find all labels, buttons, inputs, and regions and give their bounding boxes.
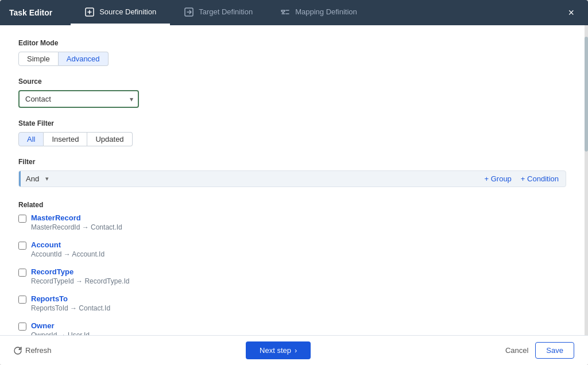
tab-target-definition[interactable]: Target Definition (170, 0, 266, 25)
save-button[interactable]: Save (535, 342, 574, 359)
owner-name[interactable]: Owner (31, 321, 90, 330)
state-filter-section: State Filter All Inserted Updated (18, 119, 566, 146)
list-item: MasterRecord MasterRecordId → Contact.Id (18, 213, 566, 231)
close-button[interactable]: × (563, 5, 579, 20)
master-record-name[interactable]: MasterRecord (31, 213, 122, 222)
footer-right: Cancel Save (505, 342, 574, 359)
record-type-checkbox[interactable] (18, 269, 26, 277)
filter-logic-select[interactable]: And Or (26, 174, 49, 183)
master-record-content: MasterRecord MasterRecordId → Contact.Id (31, 213, 122, 231)
simple-mode-button[interactable]: Simple (18, 52, 59, 66)
header-tabs: Source Definition Target Definition (71, 0, 563, 25)
editor-mode-label: Editor Mode (18, 39, 566, 47)
list-item: Owner OwnerId → User.Id (18, 321, 566, 335)
master-record-checkbox[interactable] (18, 215, 26, 223)
source-definition-icon (84, 7, 95, 17)
related-section: Related MasterRecord MasterRecordId → Co… (18, 201, 566, 335)
modal-footer: Refresh Next step › Cancel Save (0, 335, 588, 365)
main-content: Editor Mode Simple Advanced Source Conta… (0, 25, 585, 335)
record-type-mapping: RecordTypeId → RecordType.Id (31, 277, 129, 285)
add-condition-button[interactable]: + Condition (521, 174, 559, 183)
mapping-definition-icon (280, 7, 291, 17)
list-item: RecordType RecordTypeId → RecordType.Id (18, 267, 566, 285)
state-filter-label: State Filter (18, 119, 566, 127)
reports-to-name[interactable]: ReportsTo (31, 294, 110, 303)
cancel-button[interactable]: Cancel (505, 346, 528, 355)
related-label: Related (18, 201, 566, 209)
source-select[interactable]: Contact Account Lead Opportunity (18, 90, 139, 108)
owner-mapping: OwnerId → User.Id (31, 331, 90, 335)
reports-to-checkbox[interactable] (18, 296, 26, 304)
editor-mode-section: Editor Mode Simple Advanced (18, 39, 566, 66)
all-filter-button[interactable]: All (18, 132, 44, 146)
filter-actions: + Group + Condition (485, 174, 559, 183)
modal-header: Task Editor Source Definition (0, 0, 588, 25)
filter-left-border (19, 171, 21, 187)
footer-center: Next step › (52, 341, 505, 359)
account-name[interactable]: Account (31, 240, 105, 249)
source-select-wrapper: Contact Account Lead Opportunity (18, 90, 139, 108)
master-record-mapping: MasterRecordId → Contact.Id (31, 223, 122, 231)
list-item: Account AccountId → Account.Id (18, 240, 566, 258)
tab-source-definition[interactable]: Source Definition (71, 0, 170, 25)
source-section: Source Contact Account Lead Opportunity (18, 77, 566, 108)
refresh-icon (14, 347, 22, 355)
filter-label: Filter (18, 158, 566, 166)
target-definition-icon (184, 7, 194, 17)
filter-logic-wrapper: And Or (26, 174, 49, 183)
source-label: Source (18, 77, 566, 86)
owner-checkbox[interactable] (18, 323, 26, 331)
scrollbar[interactable] (585, 25, 588, 335)
updated-filter-button[interactable]: Updated (87, 132, 132, 146)
reports-to-content: ReportsTo ReportsToId → Contact.Id (31, 294, 110, 312)
source-definition-tab-label: Source Definition (99, 7, 156, 16)
account-checkbox[interactable] (18, 242, 26, 250)
filter-bar: And Or + Group + Condition (18, 170, 566, 187)
next-step-button[interactable]: Next step › (246, 341, 311, 359)
next-step-label: Next step (260, 346, 291, 355)
state-filter-buttons: All Inserted Updated (18, 132, 566, 146)
account-content: Account AccountId → Account.Id (31, 240, 105, 258)
list-item: ReportsTo ReportsToId → Contact.Id (18, 294, 566, 312)
editor-mode-buttons: Simple Advanced (18, 52, 566, 66)
refresh-label: Refresh (25, 346, 52, 355)
record-type-name[interactable]: RecordType (31, 267, 129, 276)
tab-mapping-definition[interactable]: Mapping Definition (266, 0, 371, 25)
target-definition-tab-label: Target Definition (199, 7, 253, 16)
inserted-filter-button[interactable]: Inserted (44, 132, 87, 146)
scrollbar-thumb (585, 37, 588, 152)
refresh-button[interactable]: Refresh (14, 346, 52, 355)
record-type-content: RecordType RecordTypeId → RecordType.Id (31, 267, 129, 285)
reports-to-mapping: ReportsToId → Contact.Id (31, 304, 110, 312)
owner-content: Owner OwnerId → User.Id (31, 321, 90, 335)
filter-section: Filter And Or + Group + Condition (18, 158, 566, 187)
next-step-arrow-icon: › (295, 346, 297, 355)
add-group-button[interactable]: + Group (485, 174, 512, 183)
account-mapping: AccountId → Account.Id (31, 250, 105, 258)
modal-body: Editor Mode Simple Advanced Source Conta… (0, 25, 588, 335)
task-editor-modal: Task Editor Source Definition (0, 0, 588, 365)
modal-title: Task Editor (9, 8, 52, 17)
mapping-definition-tab-label: Mapping Definition (295, 7, 357, 16)
advanced-mode-button[interactable]: Advanced (59, 52, 109, 66)
